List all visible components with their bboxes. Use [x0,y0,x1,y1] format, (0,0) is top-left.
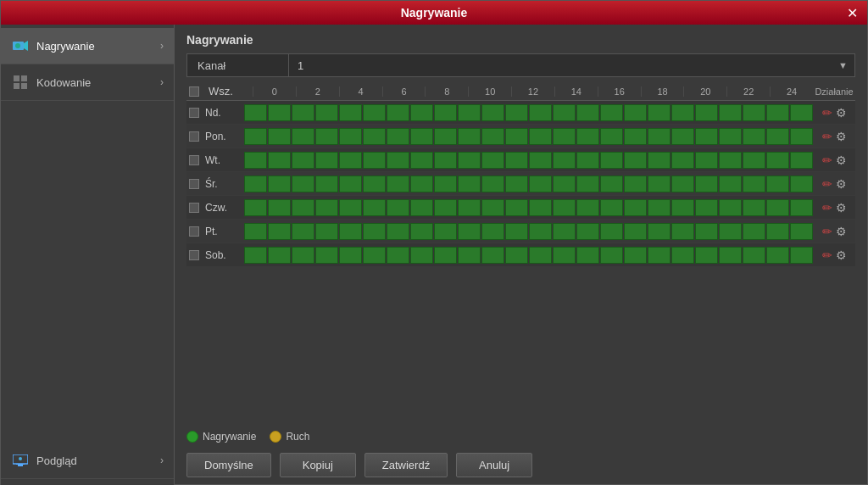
row-day-pt: Pt. [202,226,244,237]
time-blocks-nd[interactable] [244,104,813,121]
sidebar-arrow-podglad: › [160,454,164,466]
time-blocks-pon[interactable] [244,128,813,145]
gear-icon[interactable]: ⚙ [836,153,847,167]
gear-icon[interactable]: ⚙ [836,106,847,120]
time-blocks-wt[interactable] [244,152,813,169]
time-blocks-sob[interactable] [244,247,813,264]
legend-nagrywanie: Nagrywanie [186,431,256,443]
zatwierdz-button[interactable]: Zatwierdź [364,453,448,477]
time-h-12: 12 [511,86,554,97]
time-h-8: 8 [425,86,468,97]
legend-yellow-dot [270,431,281,443]
time-h-16: 16 [598,86,641,97]
time-h-22: 22 [726,86,770,97]
time-blocks-czw[interactable] [244,199,813,216]
table-row: Pt. ✏ ⚙ [186,220,855,243]
block[interactable] [244,104,267,121]
sidebar-label-nagrywanie: Nagrywanie [36,40,95,53]
row-actions-pt: ✏ ⚙ [813,225,855,238]
header-checkbox[interactable] [189,86,199,97]
row-checkbox-pt[interactable] [186,226,202,237]
row-day-pon: Pon. [202,131,244,142]
row-actions-czw: ✏ ⚙ [813,201,855,215]
legend-green-dot [186,431,198,443]
svg-rect-8 [18,465,23,466]
table-row: Pon. ✏ ⚙ [186,125,855,148]
sidebar-item-nagrywanie[interactable]: Nagrywanie › [1,28,174,64]
gear-icon[interactable]: ⚙ [836,248,847,262]
time-h-10: 10 [468,86,511,97]
svg-point-10 [19,457,22,460]
row-checkbox-wt[interactable] [186,155,202,165]
channel-selector[interactable]: Kanał 1 ▼ [186,53,855,77]
pencil-icon[interactable]: ✏ [822,153,832,167]
time-h-24: 24 [770,86,813,97]
table-row: Wt. ✏ ⚙ [186,148,855,172]
title-bar: Nagrywanie ✕ [1,1,867,25]
gear-icon[interactable]: ⚙ [836,130,847,143]
row-checkbox-pon[interactable] [186,131,202,142]
schedule-header-row: Wsz. 0 2 4 6 8 10 12 14 16 18 20 2 [186,82,855,101]
row-day-sr: Śr. [202,178,244,190]
row-checkbox-czw[interactable] [186,203,202,213]
pencil-icon[interactable]: ✏ [822,177,832,191]
camera-icon [11,36,30,55]
row-actions-sob: ✏ ⚙ [813,248,855,262]
pencil-icon[interactable]: ✏ [822,225,832,238]
time-h-0: 0 [253,86,296,97]
channel-dropdown-icon[interactable]: ▼ [832,54,854,76]
gear-icon[interactable]: ⚙ [836,225,847,238]
kopiuj-button[interactable]: Kopiuj [280,453,356,477]
gear-icon[interactable]: ⚙ [836,201,847,215]
row-day-sob: Sob. [202,249,244,261]
sidebar-item-podglad[interactable]: Podgląd › [1,443,174,479]
time-blocks-sr[interactable] [244,176,813,192]
row-checkbox-sr[interactable] [186,179,202,189]
svg-rect-5 [14,83,19,89]
sidebar: Nagrywanie › Kodowanie › [1,25,175,485]
time-headers: 0 2 4 6 8 10 12 14 16 18 20 22 24 [253,86,813,97]
time-h-18: 18 [641,86,684,97]
header-all-day: Wsz. [202,85,253,98]
time-blocks-pt[interactable] [244,223,813,240]
grid-icon [11,73,30,92]
table-row: Śr. ✏ ⚙ [186,172,855,196]
time-h-4: 4 [339,86,382,97]
row-checkbox-sob[interactable] [186,250,202,260]
pencil-icon[interactable]: ✏ [822,130,832,143]
domyslne-button[interactable]: Domyślne [186,453,271,477]
svg-rect-9 [16,464,25,465]
time-h-2: 2 [296,86,339,97]
main-title: Nagrywanie [186,33,855,47]
row-day-nd: Nd. [202,107,244,119]
header-action: Działanie [813,86,855,97]
header-checkbox-col [186,86,202,97]
table-row: Czw. ✏ ⚙ [186,196,855,220]
close-button[interactable]: ✕ [843,4,860,21]
gear-icon[interactable]: ⚙ [836,177,847,191]
main-content: Nagrywanie Kanał 1 ▼ Wsz. 0 [175,25,867,485]
row-checkbox-nd[interactable] [186,108,202,118]
content-area: Nagrywanie › Kodowanie › [1,25,867,485]
row-actions-wt: ✏ ⚙ [813,153,855,167]
anuluj-button[interactable]: Anuluj [456,453,532,477]
legend: Nagrywanie Ruch [186,431,855,443]
row-day-czw: Czw. [202,202,244,214]
time-h-20: 20 [683,86,726,97]
pencil-icon[interactable]: ✏ [822,106,832,120]
sidebar-item-kodowanie[interactable]: Kodowanie › [1,64,174,101]
sidebar-arrow-kodowanie: › [160,76,164,88]
button-row: Domyślne Kopiuj Zatwierdź Anuluj [186,453,855,477]
svg-point-2 [15,43,20,48]
sidebar-label-podglad: Podgląd [36,454,77,467]
pencil-icon[interactable]: ✏ [822,248,832,262]
row-day-wt: Wt. [202,154,244,166]
schedule-table: Wsz. 0 2 4 6 8 10 12 14 16 18 20 2 [186,82,855,426]
legend-ruch-label: Ruch [286,431,309,443]
pencil-icon[interactable]: ✏ [822,201,832,215]
sidebar-label-kodowanie: Kodowanie [36,76,91,89]
svg-rect-4 [21,75,27,81]
channel-value: 1 [289,59,832,72]
sidebar-arrow-nagrywanie: › [160,40,164,52]
channel-label: Kanał [187,54,289,76]
